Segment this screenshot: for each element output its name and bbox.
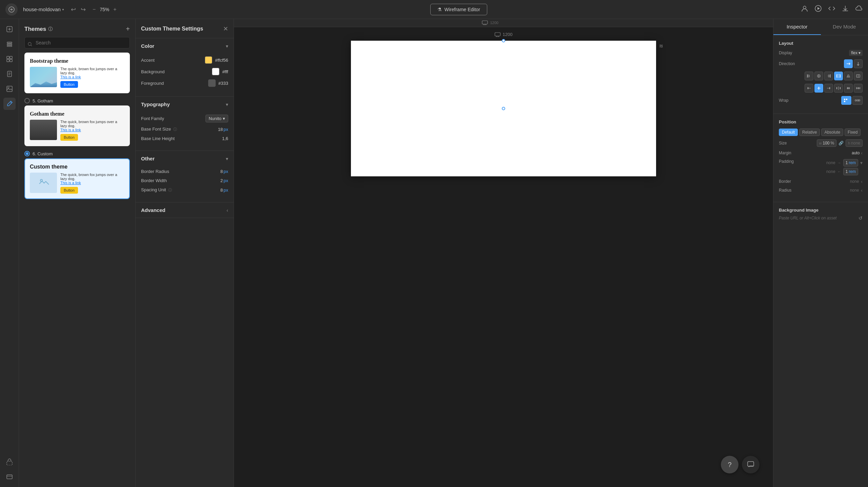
padding-left-field[interactable]: 1 rem (843, 168, 858, 175)
align-row-2 (779, 84, 863, 93)
padding-right-field[interactable]: 1 rem (843, 159, 858, 167)
align-start-btn[interactable] (805, 72, 813, 80)
theme-card-gotham[interactable]: Gotham theme The quick, brown fox jumps … (24, 105, 130, 146)
sidebar-pages-icon[interactable] (3, 68, 16, 80)
zoom-in-button[interactable]: + (113, 6, 116, 13)
sidebar-lasso-icon[interactable] (3, 456, 16, 468)
custom-radio-row[interactable]: 6. Custom (24, 151, 130, 156)
typography-section-header[interactable]: Typography ▾ (136, 97, 234, 112)
sidebar-assets-icon[interactable] (3, 83, 16, 95)
bootstrap-theme-title: Bootstrap theme (30, 58, 124, 64)
ruler-device-icon (482, 20, 488, 26)
download-button[interactable] (842, 5, 849, 14)
padding-right-arrow: → (837, 161, 841, 165)
wireframe-editor-button[interactable]: ⚗ Wireframe Editor (430, 4, 487, 15)
zoom-out-button[interactable]: − (93, 6, 96, 13)
svg-marker-3 (817, 7, 820, 10)
direction-vertical-btn[interactable] (854, 59, 863, 68)
canvas-handle-top[interactable] (502, 39, 505, 42)
play-button[interactable] (814, 5, 822, 14)
advanced-section: Advanced ‹ (136, 202, 234, 218)
radius-label: Radius (779, 188, 791, 193)
canvas-handle-mid[interactable] (502, 107, 505, 110)
border-row: Border none ‹ (779, 179, 863, 184)
justify-around-btn[interactable] (844, 84, 853, 93)
sidebar-components-icon[interactable] (3, 53, 16, 65)
justify-start-btn[interactable] (805, 84, 813, 93)
custom-theme-btn[interactable]: Button (60, 187, 78, 194)
bg-image-refresh-icon[interactable]: ↺ (859, 215, 863, 221)
position-absolute-btn[interactable]: Absolute (821, 129, 843, 136)
custom-theme-link[interactable]: This is a link (60, 181, 124, 185)
advanced-section-header[interactable]: Advanced ‹ (136, 202, 234, 218)
themes-info-icon[interactable]: ⓘ (48, 26, 53, 32)
align-baseline-btn[interactable] (844, 72, 853, 80)
justify-evenly-btn[interactable] (854, 84, 863, 93)
settings-close-button[interactable]: ✕ (223, 25, 228, 33)
bootstrap-theme-text: The quick, brown fox jumps over a lazy d… (60, 67, 124, 75)
tab-inspector[interactable]: Inspector (773, 19, 821, 35)
color-section-header[interactable]: Color ▾ (136, 38, 234, 54)
sidebar-layers-icon[interactable] (3, 38, 16, 50)
accent-hex: #ffcf56 (215, 58, 228, 63)
direction-horizontal-btn[interactable] (844, 59, 853, 68)
undo-button[interactable]: ↩ (70, 4, 77, 15)
cloud-button[interactable] (855, 5, 863, 14)
align-stretch-btn[interactable] (834, 72, 843, 80)
padding-label: Padding (779, 159, 794, 164)
size-width-field[interactable]: w 100 % (817, 139, 837, 147)
align-center-btn[interactable] (814, 72, 823, 80)
display-select[interactable]: flex ▾ (849, 50, 863, 56)
size-height-field[interactable]: h none (846, 139, 863, 147)
radius-expand-btn[interactable]: ‹ (861, 188, 863, 193)
chat-float-button[interactable] (742, 456, 760, 473)
padding-bottom-value: none (826, 169, 835, 174)
justify-between-btn[interactable] (834, 84, 843, 93)
tab-devmode[interactable]: Dev Mode (821, 19, 868, 35)
code-button[interactable] (828, 5, 835, 14)
bootstrap-theme-link[interactable]: This is a link (60, 75, 124, 79)
padding-fields: none → 1 rem ▾ none ← 1 rem (826, 159, 863, 175)
other-section-header[interactable]: Other ▾ (136, 151, 234, 166)
justify-center-btn[interactable] (814, 84, 823, 93)
align-extra-btn[interactable] (854, 72, 863, 80)
align-end-btn[interactable] (824, 72, 833, 80)
app-logo[interactable] (5, 3, 18, 16)
background-color-swatch[interactable] (212, 68, 219, 75)
zoom-value[interactable]: 75% (98, 7, 111, 12)
theme-card-custom[interactable]: Custom theme The q (24, 158, 130, 199)
position-fixed-btn[interactable]: Fixed (845, 129, 861, 136)
bootstrap-theme-btn[interactable]: Button (60, 81, 78, 88)
base-line-height-value: 1,6 (222, 136, 228, 141)
project-modified-dot: ● (62, 7, 64, 11)
canvas-viewport: 1200 Iti (234, 27, 773, 487)
user-icon-button[interactable] (801, 5, 808, 14)
font-family-select[interactable]: Nunito ▾ (205, 115, 228, 122)
topbar-center: ⚗ Wireframe Editor (122, 4, 795, 15)
themes-add-button[interactable]: + (126, 25, 130, 33)
gotham-theme-btn[interactable]: Button (60, 134, 78, 141)
padding-expand-btn[interactable]: ▾ (860, 160, 863, 165)
bg-image-placeholder[interactable]: Paste URL or Alt+Click on asset (779, 216, 836, 220)
justify-end-btn[interactable] (824, 84, 833, 93)
custom-radio[interactable] (24, 151, 30, 156)
position-default-btn[interactable]: Default (779, 129, 798, 136)
wrap-nowrap-btn[interactable] (852, 96, 863, 105)
theme-card-bootstrap[interactable]: Bootstrap theme The quick, brown fox jum… (24, 53, 130, 93)
custom-theme-text: The quick, brown fox jumps over a lazy d… (60, 173, 124, 181)
sidebar-pen-icon[interactable] (3, 98, 16, 110)
sidebar-preview-icon[interactable] (3, 471, 16, 483)
themes-search-input[interactable] (24, 37, 130, 48)
wrap-wrap-btn[interactable] (841, 96, 851, 105)
gotham-radio[interactable] (24, 98, 30, 103)
border-expand-btn[interactable]: ‹ (861, 179, 863, 184)
sidebar-add-icon[interactable] (3, 23, 16, 35)
gotham-radio-row[interactable]: 5. Gotham (24, 98, 130, 103)
help-float-button[interactable]: ? (721, 456, 738, 473)
foreground-color-swatch[interactable] (208, 79, 216, 87)
position-relative-btn[interactable]: Relative (799, 129, 820, 136)
margin-expand-btn[interactable]: ‹ (861, 150, 863, 156)
redo-button[interactable]: ↪ (79, 4, 87, 15)
gotham-theme-link[interactable]: This is a link (60, 128, 124, 132)
accent-color-swatch[interactable] (205, 56, 212, 64)
